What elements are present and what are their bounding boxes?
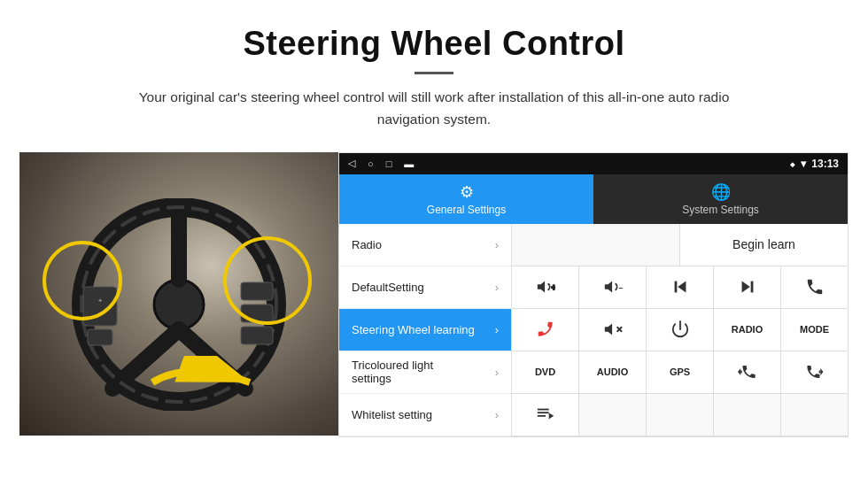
svg-rect-30 <box>537 412 548 413</box>
svg-rect-29 <box>537 409 548 411</box>
settings-gear-icon: ⚙ <box>460 182 474 202</box>
empty-cell-2 <box>579 394 647 436</box>
wifi-icon: ▾ <box>801 158 806 170</box>
volume-down-icon: – <box>603 277 623 297</box>
chevron-right-icon: › <box>495 281 499 294</box>
volume-up-icon: + <box>536 277 555 297</box>
tab-general-label: General Settings <box>427 204 506 216</box>
chevron-right-icon: › <box>495 408 499 421</box>
playlist-button[interactable] <box>512 394 579 436</box>
phone-icon <box>805 277 825 297</box>
svg-marker-25 <box>738 368 740 375</box>
menu-item-default-label: DefaultSetting <box>352 281 424 294</box>
svg-marker-16 <box>604 282 611 293</box>
globe-icon: 🌐 <box>711 182 731 202</box>
tab-system-label: System Settings <box>682 204 759 216</box>
page-title: Steering Wheel Control <box>35 25 833 63</box>
nav-recent-icon[interactable]: □ <box>386 158 392 169</box>
status-bar-nav: ◁ ○ □ ▬ <box>348 158 414 169</box>
button-row-2: + – <box>512 266 848 309</box>
phone-prev-button[interactable] <box>714 351 781 393</box>
svg-marker-22 <box>604 324 611 336</box>
svg-rect-28 <box>818 371 820 374</box>
nav-home-icon[interactable]: ○ <box>368 158 374 169</box>
button-grid: Begin learn + <box>512 224 848 436</box>
mode-button[interactable]: MODE <box>781 309 848 351</box>
svg-marker-20 <box>741 282 749 293</box>
svg-rect-26 <box>740 371 742 374</box>
mute-icon <box>603 320 623 339</box>
clock: 13:13 <box>811 158 839 170</box>
menu-item-tricoloured[interactable]: Tricoloured lightsettings › <box>339 351 511 394</box>
tab-bar: ⚙ General Settings 🌐 System Settings <box>339 174 848 224</box>
main-content: + – ◁ ○ □ ▬ <box>0 152 868 437</box>
arrow-indicator <box>143 356 267 409</box>
nav-screen-icon[interactable]: ▬ <box>404 158 414 169</box>
content-area: Radio › DefaultSetting › Steering Wheel … <box>339 224 848 436</box>
android-panel: ◁ ○ □ ▬ ⬥ ▾ 13:13 ⚙ General Settings 🌐 S… <box>338 152 849 437</box>
menu-item-default-setting[interactable]: DefaultSetting › <box>339 266 511 309</box>
chevron-right-icon: › <box>495 238 499 251</box>
svg-marker-18 <box>678 282 686 293</box>
empty-cell-1 <box>512 224 680 266</box>
button-row-5 <box>512 394 848 436</box>
hangup-icon <box>536 320 555 339</box>
callout-left <box>43 241 122 320</box>
audio-button[interactable]: AUDIO <box>579 351 647 393</box>
power-icon <box>670 320 690 339</box>
button-row-3: RADIO MODE <box>512 309 848 351</box>
empty-cell-3 <box>647 394 714 436</box>
button-row-4: DVD AUDIO GPS <box>512 351 848 394</box>
mute-button[interactable] <box>579 309 647 351</box>
phone-next-button[interactable] <box>781 351 848 393</box>
button-row-1: Begin learn <box>512 224 848 266</box>
nav-back-icon[interactable]: ◁ <box>348 158 355 169</box>
tab-system-settings[interactable]: 🌐 System Settings <box>593 174 848 224</box>
next-track-icon <box>738 277 757 297</box>
page-subtitle: Your original car's steering wheel contr… <box>133 87 735 131</box>
phone-next-icon <box>805 362 825 382</box>
svg-text:+: + <box>551 283 555 292</box>
gps-button[interactable]: GPS <box>647 351 714 393</box>
callout-right <box>223 236 312 325</box>
begin-learn-button[interactable]: Begin learn <box>680 224 848 266</box>
volume-down-button[interactable]: – <box>579 266 647 308</box>
title-divider <box>415 72 453 74</box>
chevron-right-icon: › <box>495 323 499 336</box>
menu-item-tricoloured-label: Tricoloured lightsettings <box>352 359 433 385</box>
menu-item-steering-label: Steering Wheel learning <box>352 323 475 336</box>
svg-rect-31 <box>537 415 545 417</box>
radio-button[interactable]: RADIO <box>714 309 781 351</box>
menu-list: Radio › DefaultSetting › Steering Wheel … <box>339 224 512 436</box>
empty-cell-5 <box>781 394 848 436</box>
svg-marker-14 <box>537 282 544 293</box>
menu-item-radio[interactable]: Radio › <box>339 224 511 266</box>
svg-rect-19 <box>674 282 677 293</box>
page-header: Steering Wheel Control Your original car… <box>0 0 868 140</box>
hangup-button[interactable] <box>512 309 579 351</box>
status-bar-info: ⬥ ▾ 13:13 <box>789 158 839 170</box>
svg-rect-21 <box>750 282 753 293</box>
chevron-right-icon: › <box>495 366 499 379</box>
menu-item-whitelist-label: Whitelist setting <box>352 408 432 421</box>
menu-item-whitelist[interactable]: Whitelist setting › <box>339 394 511 436</box>
svg-rect-9 <box>88 329 112 345</box>
svg-marker-27 <box>820 368 823 375</box>
previous-track-icon <box>670 277 690 297</box>
tab-general-settings[interactable]: ⚙ General Settings <box>339 174 593 224</box>
playlist-icon <box>536 405 555 424</box>
location-icon: ⬥ <box>789 158 795 170</box>
empty-cell-4 <box>714 394 781 436</box>
car-panel: + – <box>19 152 338 436</box>
dvd-button[interactable]: DVD <box>512 351 579 393</box>
phone-prev-icon <box>738 362 757 382</box>
menu-item-steering-wheel[interactable]: Steering Wheel learning › <box>339 309 511 351</box>
svg-marker-32 <box>548 413 554 419</box>
power-button[interactable] <box>647 309 714 351</box>
menu-item-radio-label: Radio <box>352 238 382 251</box>
phone-button[interactable] <box>781 266 848 308</box>
previous-track-button[interactable] <box>647 266 714 308</box>
next-track-button[interactable] <box>714 266 781 308</box>
volume-up-button[interactable]: + <box>512 266 579 308</box>
svg-text:–: – <box>618 283 623 292</box>
